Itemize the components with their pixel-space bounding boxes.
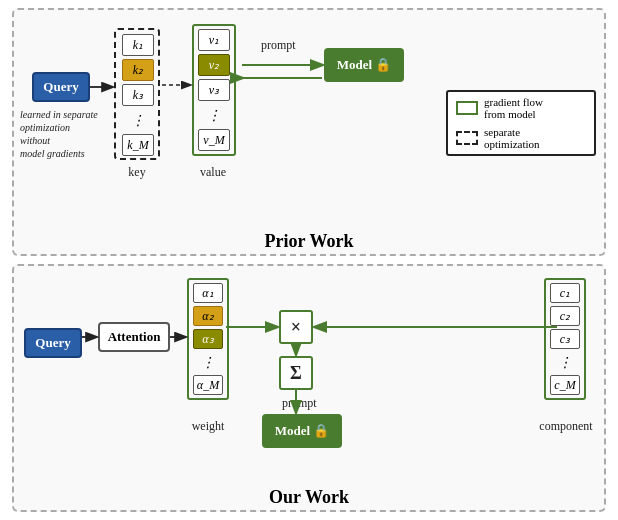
our-query-label: Query [35, 335, 70, 351]
legend-separate-item: separateoptimization [456, 126, 586, 150]
sum-label: Σ [290, 363, 302, 384]
prior-prompt-label: prompt [261, 38, 296, 53]
key-cell-3: k₃ [122, 84, 154, 106]
our-work-panel: Query Attention α₁ α₂ α₃ ⋮ α_M weight × [12, 264, 606, 512]
prior-work-content: Query learned in separateoptimization wi… [14, 10, 604, 227]
main-container: Query learned in separateoptimization wi… [0, 0, 618, 520]
key-cell-dots: ⋮ [122, 109, 154, 131]
val-cell-m: v_M [198, 129, 230, 151]
our-c-list: c₁ c₂ c₃ ⋮ c_M [544, 278, 586, 400]
c-cell-dots: ⋮ [550, 352, 580, 372]
key-cell-1: k₁ [122, 34, 154, 56]
prior-key-list: k₁ k₂ k₃ ⋮ k_M [122, 34, 154, 156]
prior-query-label: Query [43, 79, 78, 95]
c-cell-2: c₂ [550, 306, 580, 326]
alpha-cell-3: α₃ [193, 329, 223, 349]
val-cell-3: v₃ [198, 79, 230, 101]
our-prompt-label: prompt [282, 396, 317, 411]
our-lock-icon: 🔒 [313, 423, 329, 438]
c-cell-m: c_M [550, 375, 580, 395]
key-cell-2: k₂ [122, 59, 154, 81]
alpha-cell-m: α_M [193, 375, 223, 395]
our-model-box: Model 🔒 [262, 414, 342, 448]
our-work-title: Our Work [269, 483, 349, 510]
our-query-box: Query [24, 328, 82, 358]
alpha-cell-2: α₂ [193, 306, 223, 326]
key-cell-m: k_M [122, 134, 154, 156]
legend-separate-icon [456, 131, 478, 145]
our-work-content: Query Attention α₁ α₂ α₃ ⋮ α_M weight × [14, 266, 604, 483]
alpha-cell-dots: ⋮ [193, 352, 223, 372]
prior-legend: gradient flowfrom model separateoptimiza… [446, 90, 596, 156]
sum-box: Σ [279, 356, 313, 390]
weight-label: weight [182, 419, 234, 434]
key-label: key [114, 165, 160, 180]
val-cell-1: v₁ [198, 29, 230, 51]
legend-gradient-item: gradient flowfrom model [456, 96, 586, 120]
val-cell-dots: ⋮ [198, 104, 230, 126]
prior-model-box: Model 🔒 [324, 48, 404, 82]
our-attention-label: Attention [108, 329, 161, 345]
legend-separate-text: separateoptimization [484, 126, 540, 150]
component-label: component [536, 419, 596, 434]
prior-annotation: learned in separateoptimization withoutm… [20, 108, 102, 160]
our-attention-box: Attention [98, 322, 170, 352]
c-cell-1: c₁ [550, 283, 580, 303]
value-label: value [188, 165, 238, 180]
prior-lock-icon: 🔒 [375, 57, 391, 72]
prior-model-label: Model 🔒 [337, 57, 392, 73]
prior-work-title: Prior Work [265, 227, 354, 254]
our-alpha-list: α₁ α₂ α₃ ⋮ α_M [187, 278, 229, 400]
legend-gradient-text: gradient flowfrom model [484, 96, 543, 120]
alpha-cell-1: α₁ [193, 283, 223, 303]
multiply-label: × [291, 317, 301, 338]
prior-value-group: v₁ v₂ v₃ ⋮ v_M [192, 24, 236, 156]
our-model-label: Model 🔒 [275, 423, 330, 439]
legend-gradient-icon [456, 101, 478, 115]
prior-work-panel: Query learned in separateoptimization wi… [12, 8, 606, 256]
val-cell-2: v₂ [198, 54, 230, 76]
prior-query-box: Query [32, 72, 90, 102]
multiply-box: × [279, 310, 313, 344]
c-cell-3: c₃ [550, 329, 580, 349]
